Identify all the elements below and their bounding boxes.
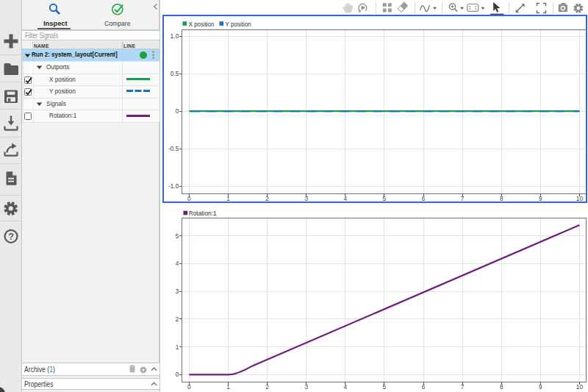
svg-text:7: 7 bbox=[461, 384, 465, 391]
svg-text:0: 0 bbox=[176, 371, 179, 378]
svg-text:2: 2 bbox=[176, 316, 179, 323]
svg-text:?: ? bbox=[8, 232, 14, 242]
svg-text:5: 5 bbox=[383, 384, 387, 391]
svg-text:10: 10 bbox=[576, 384, 584, 391]
svg-text:4: 4 bbox=[344, 384, 348, 391]
svg-text:4: 4 bbox=[176, 260, 179, 267]
svg-text:6: 6 bbox=[422, 384, 426, 391]
svg-text:3: 3 bbox=[176, 288, 179, 295]
svg-text:1: 1 bbox=[226, 384, 230, 391]
svg-text:Rotation:1: Rotation:1 bbox=[189, 209, 217, 217]
svg-text:8: 8 bbox=[500, 384, 503, 391]
svg-text:2: 2 bbox=[265, 384, 269, 391]
svg-text:9: 9 bbox=[539, 384, 542, 391]
svg-text:3: 3 bbox=[304, 384, 308, 391]
svg-text:5: 5 bbox=[176, 233, 179, 240]
svg-text:1: 1 bbox=[176, 344, 179, 351]
svg-text:0: 0 bbox=[187, 384, 191, 391]
